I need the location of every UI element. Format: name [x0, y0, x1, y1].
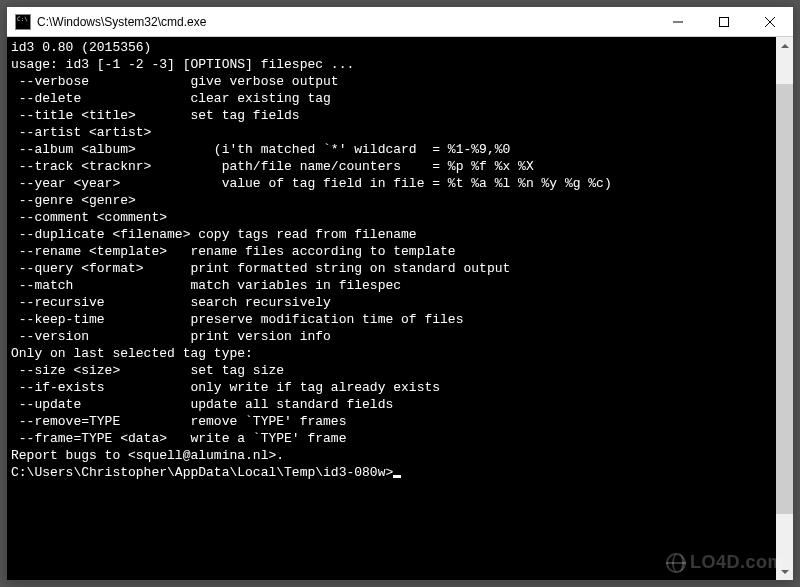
scroll-down-button[interactable] — [776, 563, 793, 580]
output-line: --recursive search recursively — [11, 294, 772, 311]
minimize-icon — [673, 17, 683, 27]
svg-rect-0 — [673, 21, 683, 22]
cmd-window: C:\Windows\System32\cmd.exe id3 0.80 (20… — [6, 6, 794, 581]
output-line: --update update all standard fields — [11, 396, 772, 413]
chevron-up-icon — [781, 42, 789, 50]
output-line: --frame=TYPE <data> write a `TYPE' frame — [11, 430, 772, 447]
output-line: --match match variables in filespec — [11, 277, 772, 294]
output-line: --if-exists only write if tag already ex… — [11, 379, 772, 396]
output-line: --duplicate <filename> copy tags read fr… — [11, 226, 772, 243]
cmd-icon — [15, 14, 31, 30]
close-icon — [765, 17, 775, 27]
svg-marker-4 — [781, 44, 789, 48]
output-line: --remove=TYPE remove `TYPE' frames — [11, 413, 772, 430]
output-line: --album <album> (i'th matched `*' wildca… — [11, 141, 772, 158]
output-line: --genre <genre> — [11, 192, 772, 209]
output-line: --keep-time preserve modification time o… — [11, 311, 772, 328]
scroll-up-button[interactable] — [776, 37, 793, 54]
output-line: Report bugs to <squell@alumina.nl>. — [11, 447, 772, 464]
scrollbar-track[interactable] — [776, 54, 793, 563]
vertical-scrollbar[interactable] — [776, 37, 793, 580]
console-area: id3 0.80 (2015356)usage: id3 [-1 -2 -3] … — [7, 37, 793, 580]
output-line: Only on last selected tag type: — [11, 345, 772, 362]
console-output[interactable]: id3 0.80 (2015356)usage: id3 [-1 -2 -3] … — [7, 37, 776, 580]
maximize-button[interactable] — [701, 7, 747, 37]
minimize-button[interactable] — [655, 7, 701, 37]
output-line: --artist <artist> — [11, 124, 772, 141]
window-title: C:\Windows\System32\cmd.exe — [37, 15, 655, 29]
chevron-down-icon — [781, 568, 789, 576]
cursor — [393, 475, 401, 478]
output-line: --year <year> value of tag field in file… — [11, 175, 772, 192]
output-line: --title <title> set tag fields — [11, 107, 772, 124]
scrollbar-thumb[interactable] — [776, 84, 793, 514]
output-line: --delete clear existing tag — [11, 90, 772, 107]
svg-rect-1 — [720, 17, 729, 26]
output-line: --size <size> set tag size — [11, 362, 772, 379]
output-line: --query <format> print formatted string … — [11, 260, 772, 277]
output-line: id3 0.80 (2015356) — [11, 39, 772, 56]
prompt-line: C:\Users\Christopher\AppData\Local\Temp\… — [11, 464, 772, 481]
output-line: usage: id3 [-1 -2 -3] [OPTIONS] filespec… — [11, 56, 772, 73]
output-line: --track <tracknr> path/file name/counter… — [11, 158, 772, 175]
maximize-icon — [719, 17, 729, 27]
output-line: --comment <comment> — [11, 209, 772, 226]
close-button[interactable] — [747, 7, 793, 37]
output-line: --version print version info — [11, 328, 772, 345]
output-line: --rename <template> rename files accordi… — [11, 243, 772, 260]
output-line: --verbose give verbose output — [11, 73, 772, 90]
titlebar[interactable]: C:\Windows\System32\cmd.exe — [7, 7, 793, 37]
svg-marker-5 — [781, 570, 789, 574]
